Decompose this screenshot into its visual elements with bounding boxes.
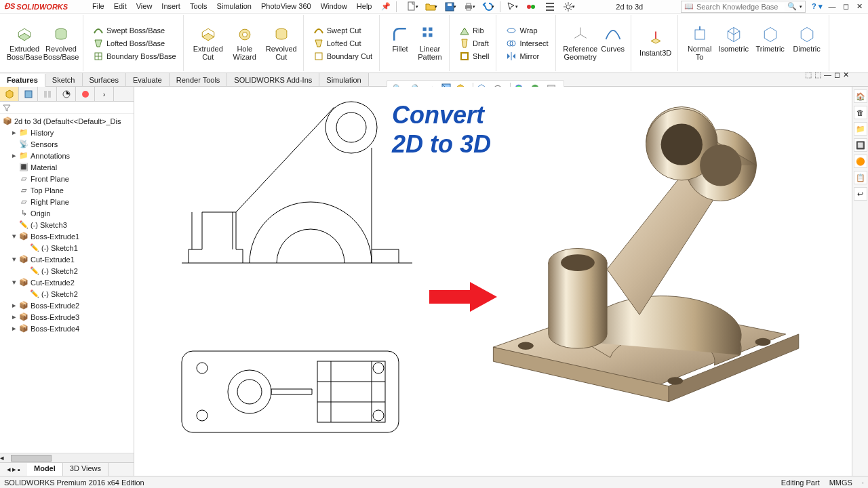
tree-scrollbar[interactable]: ◂ (0, 453, 134, 462)
menu-help[interactable]: Help (353, 1, 376, 12)
doc-cascade-icon[interactable]: ⬚ (814, 70, 821, 79)
tab-sketch[interactable]: Sketch (45, 73, 83, 86)
tree-item[interactable]: ▾📦Cut-Extrude2 (0, 277, 134, 288)
lofted-boss-button[interactable]: Lofted Boss/Base (90, 37, 179, 49)
doc-tile-icon[interactable]: ⬚ (805, 70, 812, 79)
tree-item[interactable]: ↳Origin (0, 207, 134, 219)
revolved-cut-button[interactable]: Revolved Cut (264, 25, 299, 61)
tree-item[interactable]: ✏️(-) Sketch1 (0, 242, 134, 253)
maximize-icon[interactable]: ◻ (840, 1, 852, 12)
draft-button[interactable]: Draft (456, 37, 492, 49)
undo-icon[interactable]: ▾ (479, 0, 497, 14)
tree-item[interactable]: ✏️(-) Sketch3 (0, 219, 134, 230)
options-list-icon[interactable] (541, 0, 559, 14)
expand-tab-icon[interactable]: › (95, 87, 114, 101)
menu-window[interactable]: Window (317, 1, 351, 12)
graphics-canvas[interactable]: ⬚ ⬚ — ◻ ✕ Convert 2D to 3 (134, 87, 852, 476)
minimize-icon[interactable]: — (826, 1, 838, 12)
normal-to-button[interactable]: Normal To (685, 25, 715, 61)
doc-maximize-icon[interactable]: ◻ (834, 70, 840, 79)
property-manager-tab-icon[interactable] (19, 87, 38, 101)
home-icon[interactable]: 🏠 (854, 89, 867, 103)
tree-item[interactable]: ▸📁History (0, 127, 134, 138)
custom-props-icon[interactable]: ↩ (854, 187, 867, 201)
print-icon[interactable]: ▾ (460, 0, 478, 14)
menu-photoview[interactable]: PhotoView 360 (257, 1, 315, 12)
dimxpert-tab-icon[interactable] (57, 87, 76, 101)
tab-surfaces[interactable]: Surfaces (83, 73, 126, 86)
menu-edit[interactable]: Edit (110, 1, 131, 12)
doc-minimize-icon[interactable]: — (824, 70, 831, 79)
menu-simulation[interactable]: Simulation (213, 1, 256, 12)
help-icon[interactable]: ? ▾ (808, 0, 826, 14)
save-icon[interactable]: ▾ (441, 0, 459, 14)
select-icon[interactable]: ▾ (503, 0, 521, 14)
revolved-boss-button[interactable]: Revolved Boss/Base (43, 25, 79, 61)
wrap-button[interactable]: Wrap (503, 24, 551, 37)
menu-tools[interactable]: Tools (186, 1, 212, 12)
tab-render-tools[interactable]: Render Tools (170, 73, 228, 86)
tab-simulation[interactable]: Simulation (319, 73, 368, 86)
swept-boss-button[interactable]: Swept Boss/Base (90, 24, 179, 37)
filter-bar[interactable] (0, 102, 134, 114)
tree-item[interactable]: ▸📦Boss-Extrude2 (0, 300, 134, 311)
tab-features[interactable]: Features (0, 74, 45, 87)
tree-item[interactable]: ▾📦Cut-Extrude1 (0, 253, 134, 265)
mirror-button[interactable]: Mirror (503, 50, 551, 62)
menu-file[interactable]: File (88, 1, 108, 12)
tab-3d-views[interactable]: 3D Views (63, 463, 108, 476)
tree-item[interactable]: ▸📦Boss-Extrude4 (0, 323, 134, 334)
shell-button[interactable]: Shell (456, 50, 492, 62)
search-input[interactable] (696, 3, 785, 11)
trimetric-button[interactable]: Trimetric (753, 25, 788, 61)
tree-item[interactable]: ▾📦Boss-Extrude1 (0, 230, 134, 242)
tree-item[interactable]: ▱Front Plane (0, 173, 134, 184)
linear-pattern-button[interactable]: Linear Pattern (415, 25, 445, 61)
swept-cut-button[interactable]: Swept Cut (311, 24, 375, 37)
isometric-button[interactable]: Isometric (716, 25, 751, 61)
file-explorer-icon[interactable]: 🔲 (854, 138, 867, 152)
rib-button[interactable]: Rib (456, 24, 492, 37)
doc-close-icon[interactable]: ✕ (843, 70, 849, 79)
status-units[interactable]: MMGS (829, 479, 852, 487)
menu-pin-icon[interactable]: 📌 (377, 1, 395, 12)
reference-geometry-button[interactable]: Reference Geometry (563, 25, 598, 61)
search-icon[interactable]: 🔍 (787, 2, 797, 11)
tree-item[interactable]: ▸📁Annotations (0, 150, 134, 161)
tree-item[interactable]: 🔳Material (0, 161, 134, 173)
fillet-button[interactable]: Fillet (387, 25, 414, 61)
menu-insert[interactable]: Insert (157, 1, 184, 12)
extruded-boss-button[interactable]: Extruded Boss/Base (7, 25, 42, 61)
settings-gear-icon[interactable]: ▾ (560, 0, 578, 14)
tab-addins[interactable]: SOLIDWORKS Add-Ins (227, 73, 319, 86)
tree-item[interactable]: ▱Right Plane (0, 196, 134, 207)
tree-item[interactable]: ✏️(-) Sketch2 (0, 288, 134, 300)
boundary-cut-button[interactable]: Boundary Cut (311, 50, 375, 62)
intersect-button[interactable]: Intersect (503, 37, 551, 49)
instant3d-button[interactable]: Instant3D (638, 29, 673, 58)
lofted-cut-button[interactable]: Lofted Cut (311, 37, 375, 49)
tree-item[interactable]: ✏️(-) Sketch2 (0, 265, 134, 277)
traffic-light-icon[interactable] (522, 0, 540, 14)
open-doc-icon[interactable]: ▾ (422, 0, 440, 14)
feature-tree-tab-icon[interactable] (0, 87, 19, 101)
view-palette-icon[interactable]: 🟠 (854, 155, 867, 168)
appearances-icon[interactable]: 📋 (854, 171, 867, 184)
extruded-cut-button[interactable]: Extruded Cut (191, 25, 226, 61)
resources-icon[interactable]: 🗑 (854, 106, 867, 119)
close-icon[interactable]: ✕ (853, 1, 865, 12)
curves-button[interactable]: Curves (599, 25, 627, 61)
tree-item[interactable]: 📡Sensors (0, 138, 134, 150)
configuration-tab-icon[interactable] (38, 87, 57, 101)
tab-model[interactable]: Model (27, 463, 63, 476)
new-doc-icon[interactable]: ▾ (403, 0, 421, 14)
tree-item[interactable]: ▸📦Boss-Extrude3 (0, 311, 134, 323)
status-more-icon[interactable]: · (862, 479, 864, 487)
dimetric-button[interactable]: Dimetric (789, 25, 825, 61)
tab-evaluate[interactable]: Evaluate (126, 73, 170, 86)
tree-root[interactable]: 📦2d to 3d (Default<<Default>_Dis (0, 115, 134, 127)
search-knowledge-base[interactable]: 📖 🔍▾ (681, 1, 806, 13)
menu-view[interactable]: View (132, 1, 157, 12)
tree-item[interactable]: ▱Top Plane (0, 184, 134, 196)
design-library-icon[interactable]: 📁 (854, 122, 867, 136)
